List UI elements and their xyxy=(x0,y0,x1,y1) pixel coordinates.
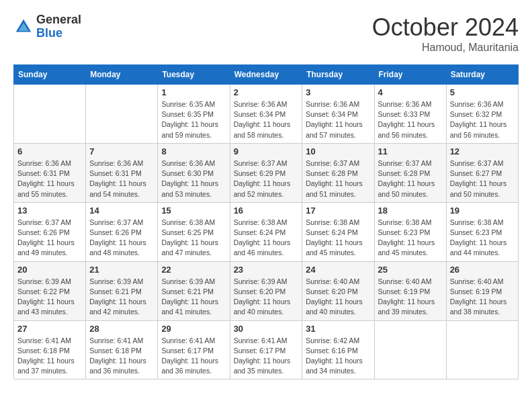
day-info: Sunrise: 6:37 AMSunset: 6:28 PMDaylight:… xyxy=(306,158,370,199)
title-block: October 2024 Hamoud, Mauritania xyxy=(372,13,519,54)
calendar-cell: 23Sunrise: 6:39 AMSunset: 6:20 PMDayligh… xyxy=(230,261,302,320)
calendar-cell: 7Sunrise: 6:36 AMSunset: 6:31 PMDaylight… xyxy=(86,143,158,202)
calendar-cell: 25Sunrise: 6:40 AMSunset: 6:19 PMDayligh… xyxy=(374,261,446,320)
calendar-cell: 21Sunrise: 6:39 AMSunset: 6:21 PMDayligh… xyxy=(86,261,158,320)
calendar-cell: 19Sunrise: 6:38 AMSunset: 6:23 PMDayligh… xyxy=(446,202,518,261)
calendar-cell: 17Sunrise: 6:38 AMSunset: 6:24 PMDayligh… xyxy=(302,202,374,261)
day-info: Sunrise: 6:38 AMSunset: 6:25 PMDaylight:… xyxy=(161,218,226,259)
calendar-week-3: 13Sunrise: 6:37 AMSunset: 6:26 PMDayligh… xyxy=(14,202,519,261)
day-number: 12 xyxy=(450,146,515,156)
calendar-cell: 10Sunrise: 6:37 AMSunset: 6:28 PMDayligh… xyxy=(302,143,374,202)
calendar-cell: 11Sunrise: 6:37 AMSunset: 6:28 PMDayligh… xyxy=(374,143,446,202)
day-info: Sunrise: 6:39 AMSunset: 6:22 PMDaylight:… xyxy=(17,277,82,318)
day-number: 18 xyxy=(378,205,443,216)
day-number: 31 xyxy=(306,324,370,334)
day-info: Sunrise: 6:39 AMSunset: 6:21 PMDaylight:… xyxy=(161,277,226,318)
day-info: Sunrise: 6:36 AMSunset: 6:34 PMDaylight:… xyxy=(306,99,370,140)
logo-icon xyxy=(13,17,34,37)
day-number: 7 xyxy=(89,146,154,156)
calendar-week-4: 20Sunrise: 6:39 AMSunset: 6:22 PMDayligh… xyxy=(14,261,519,320)
day-number: 15 xyxy=(161,205,226,216)
day-number: 23 xyxy=(234,265,299,275)
calendar-cell: 18Sunrise: 6:38 AMSunset: 6:23 PMDayligh… xyxy=(374,202,446,261)
calendar-cell xyxy=(446,320,518,379)
day-number: 1 xyxy=(161,87,226,97)
calendar-cell: 1Sunrise: 6:35 AMSunset: 6:35 PMDaylight… xyxy=(158,85,230,144)
calendar-cell xyxy=(14,85,86,144)
day-number: 4 xyxy=(378,87,443,97)
day-number: 27 xyxy=(17,324,82,334)
logo-text: General Blue xyxy=(36,13,81,40)
day-number: 6 xyxy=(17,146,82,156)
calendar-cell: 30Sunrise: 6:41 AMSunset: 6:17 PMDayligh… xyxy=(230,320,302,379)
day-number: 30 xyxy=(234,324,299,334)
calendar-table: SundayMondayTuesdayWednesdayThursdayFrid… xyxy=(13,64,519,379)
day-number: 10 xyxy=(306,146,370,156)
calendar-cell: 29Sunrise: 6:41 AMSunset: 6:17 PMDayligh… xyxy=(158,320,230,379)
day-info: Sunrise: 6:37 AMSunset: 6:26 PMDaylight:… xyxy=(17,218,82,259)
day-info: Sunrise: 6:40 AMSunset: 6:19 PMDaylight:… xyxy=(450,277,515,318)
calendar-cell: 2Sunrise: 6:36 AMSunset: 6:34 PMDaylight… xyxy=(230,85,302,144)
day-number: 14 xyxy=(89,205,154,216)
day-number: 17 xyxy=(306,205,370,216)
calendar-cell: 12Sunrise: 6:37 AMSunset: 6:27 PMDayligh… xyxy=(446,143,518,202)
day-number: 8 xyxy=(161,146,226,156)
day-number: 22 xyxy=(161,265,226,275)
day-info: Sunrise: 6:40 AMSunset: 6:19 PMDaylight:… xyxy=(378,277,443,318)
column-header-sunday: Sunday xyxy=(14,65,86,85)
calendar-cell: 14Sunrise: 6:37 AMSunset: 6:26 PMDayligh… xyxy=(86,202,158,261)
day-number: 28 xyxy=(89,324,154,334)
calendar-cell: 3Sunrise: 6:36 AMSunset: 6:34 PMDaylight… xyxy=(302,85,374,144)
column-header-wednesday: Wednesday xyxy=(230,65,302,85)
calendar-cell: 27Sunrise: 6:41 AMSunset: 6:18 PMDayligh… xyxy=(14,320,86,379)
calendar-cell: 15Sunrise: 6:38 AMSunset: 6:25 PMDayligh… xyxy=(158,202,230,261)
day-info: Sunrise: 6:36 AMSunset: 6:32 PMDaylight:… xyxy=(450,99,515,140)
day-info: Sunrise: 6:36 AMSunset: 6:34 PMDaylight:… xyxy=(234,99,299,140)
day-info: Sunrise: 6:37 AMSunset: 6:27 PMDaylight:… xyxy=(450,158,515,199)
day-info: Sunrise: 6:36 AMSunset: 6:33 PMDaylight:… xyxy=(378,99,443,140)
day-info: Sunrise: 6:38 AMSunset: 6:24 PMDaylight:… xyxy=(306,218,370,259)
day-info: Sunrise: 6:41 AMSunset: 6:17 PMDaylight:… xyxy=(234,336,299,377)
day-number: 29 xyxy=(161,324,226,334)
day-number: 16 xyxy=(234,205,299,216)
day-info: Sunrise: 6:36 AMSunset: 6:31 PMDaylight:… xyxy=(89,158,154,199)
day-info: Sunrise: 6:39 AMSunset: 6:21 PMDaylight:… xyxy=(89,277,154,318)
calendar-week-1: 1Sunrise: 6:35 AMSunset: 6:35 PMDaylight… xyxy=(14,85,519,144)
day-info: Sunrise: 6:41 AMSunset: 6:17 PMDaylight:… xyxy=(161,336,226,377)
column-header-friday: Friday xyxy=(374,65,446,85)
page-header: General Blue October 2024 Hamoud, Maurit… xyxy=(13,13,519,54)
day-number: 20 xyxy=(17,265,82,275)
calendar-cell: 9Sunrise: 6:37 AMSunset: 6:29 PMDaylight… xyxy=(230,143,302,202)
day-info: Sunrise: 6:41 AMSunset: 6:18 PMDaylight:… xyxy=(17,336,82,377)
calendar-cell: 22Sunrise: 6:39 AMSunset: 6:21 PMDayligh… xyxy=(158,261,230,320)
day-number: 5 xyxy=(450,87,515,97)
calendar-cell: 4Sunrise: 6:36 AMSunset: 6:33 PMDaylight… xyxy=(374,85,446,144)
logo: General Blue xyxy=(13,13,81,40)
day-number: 19 xyxy=(450,205,515,216)
day-info: Sunrise: 6:42 AMSunset: 6:16 PMDaylight:… xyxy=(306,336,370,377)
logo-general-text: General xyxy=(36,13,81,27)
calendar-cell: 13Sunrise: 6:37 AMSunset: 6:26 PMDayligh… xyxy=(14,202,86,261)
month-title: October 2024 xyxy=(372,13,519,42)
day-info: Sunrise: 6:38 AMSunset: 6:23 PMDaylight:… xyxy=(450,218,515,259)
day-number: 26 xyxy=(450,265,515,275)
calendar-cell: 8Sunrise: 6:36 AMSunset: 6:30 PMDaylight… xyxy=(158,143,230,202)
day-info: Sunrise: 6:41 AMSunset: 6:18 PMDaylight:… xyxy=(89,336,154,377)
day-number: 2 xyxy=(234,87,299,97)
day-number: 24 xyxy=(306,265,370,275)
calendar-cell xyxy=(86,85,158,144)
calendar-cell: 6Sunrise: 6:36 AMSunset: 6:31 PMDaylight… xyxy=(14,143,86,202)
day-info: Sunrise: 6:37 AMSunset: 6:28 PMDaylight:… xyxy=(378,158,443,199)
calendar-cell: 24Sunrise: 6:40 AMSunset: 6:20 PMDayligh… xyxy=(302,261,374,320)
day-info: Sunrise: 6:38 AMSunset: 6:24 PMDaylight:… xyxy=(234,218,299,259)
day-number: 13 xyxy=(17,205,82,216)
day-info: Sunrise: 6:39 AMSunset: 6:20 PMDaylight:… xyxy=(234,277,299,318)
column-header-saturday: Saturday xyxy=(446,65,518,85)
day-number: 11 xyxy=(378,146,443,156)
day-info: Sunrise: 6:40 AMSunset: 6:20 PMDaylight:… xyxy=(306,277,370,318)
column-header-tuesday: Tuesday xyxy=(158,65,230,85)
calendar-week-2: 6Sunrise: 6:36 AMSunset: 6:31 PMDaylight… xyxy=(14,143,519,202)
day-number: 9 xyxy=(234,146,299,156)
day-info: Sunrise: 6:36 AMSunset: 6:31 PMDaylight:… xyxy=(17,158,82,199)
calendar-week-5: 27Sunrise: 6:41 AMSunset: 6:18 PMDayligh… xyxy=(14,320,519,379)
